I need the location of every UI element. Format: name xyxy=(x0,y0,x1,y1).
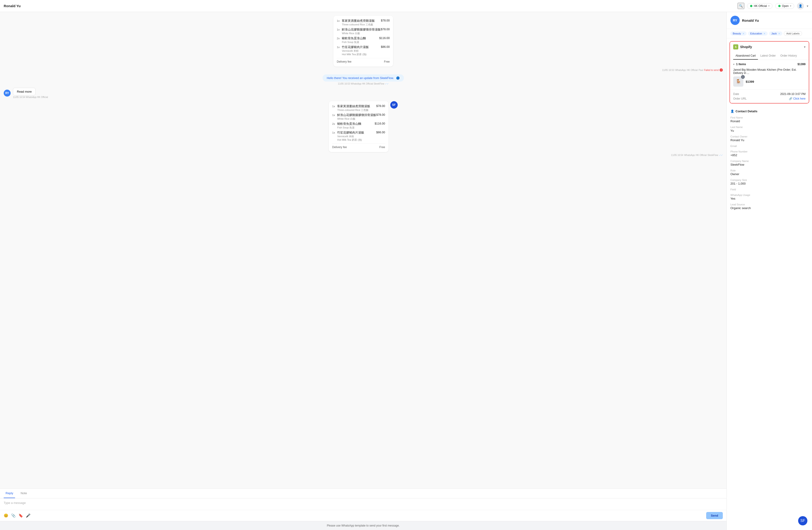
fab-button[interactable]: SF xyxy=(798,516,807,525)
contact-email: Email xyxy=(730,145,808,147)
items-total: $1399 xyxy=(797,63,806,66)
shopify-tabs: Abandoned Cart Latest Order Order Histor… xyxy=(730,52,809,60)
product-badge: 1 xyxy=(741,75,745,79)
item-sub: Fish Soup 魚湯 xyxy=(337,126,361,129)
header-chevron-icon: ▾ xyxy=(807,4,808,8)
reply-actions: 😊 📎 🔖 🎤 Send xyxy=(0,510,726,521)
template-notice: Please use WhatsApp template to send you… xyxy=(0,521,726,530)
item-sub: White Rice 白飯 xyxy=(342,32,381,35)
order-card-1: 1x 客家黃酒薑絲煮滑雞湯飯 Three-coloured Rice 三色飯 $… xyxy=(333,16,393,67)
user-avatar-sm: RY xyxy=(4,90,11,97)
msg-time: 11/05 16:54 xyxy=(671,154,683,157)
message-order-2: 1x 客家黃酒薑絲煮滑雞湯飯 Three-coloured Rice 三色飯 $… xyxy=(4,101,723,152)
tab-reply[interactable]: Reply xyxy=(4,489,15,498)
contact-section-title: 👤 Contact Details xyxy=(730,109,808,113)
qty: 1x xyxy=(332,131,335,134)
channel-dot xyxy=(750,5,752,7)
msg-channel: WhatsApp xyxy=(684,154,695,157)
shopify-tab-history[interactable]: Order History xyxy=(778,52,799,60)
contact-lead-source: Lead Source Organic search xyxy=(730,203,808,210)
contact-person-icon: 👤 xyxy=(730,109,734,113)
order-card-2: 1x 客家黃酒薑絲煮滑雞湯飯 Three-coloured Rice 三色飯 $… xyxy=(329,101,388,152)
item-sub: Three-coloured Rice 三色飯 xyxy=(337,108,370,112)
message-meta-1: 11/05 16:53 WhatsApp HK Official Paul Fa… xyxy=(4,69,723,72)
owner-value: Ronald Yu xyxy=(730,138,808,142)
send-button[interactable]: Send xyxy=(706,512,723,519)
last-name-value: Yu xyxy=(730,129,808,132)
product-row: 🪑 1 $1399 xyxy=(733,76,806,87)
role-value: Owner xyxy=(730,172,808,176)
qty: 1x xyxy=(332,114,335,116)
contact-first-name: First Name Ronald xyxy=(730,116,808,123)
person-icon[interactable]: 👤 xyxy=(797,2,804,10)
add-labels-button[interactable]: Add Labels xyxy=(784,31,802,36)
system-message-meta: 11/05 16:53 WhatsApp HK Official SleekFl… xyxy=(4,83,723,85)
top-header: Ronald Yu 🔍 HK Official ▾ Open ▾ 👤 ▾ xyxy=(0,0,812,12)
tag-close-icon[interactable]: ✕ xyxy=(742,32,744,35)
tag-close-icon[interactable]: ✕ xyxy=(764,32,765,35)
status-label: Open xyxy=(782,4,789,8)
reply-bar: Reply Note Type a message 😊 📎 🔖 🎤 Send xyxy=(0,488,726,521)
item-sub: White Rice 白飯 xyxy=(337,117,376,121)
contact-company: Company Name SleekFlow xyxy=(730,160,808,166)
item-name: 豬軟骨魚蛋淮山麵 xyxy=(337,122,361,126)
shopify-chevron-icon[interactable]: ▾ xyxy=(804,45,806,49)
items-header: ▾ 1 Items $1399 xyxy=(733,63,806,66)
item-sub: Vermicelli 米粉 xyxy=(342,49,369,53)
read-more-container: Read more 11/05 16:54 WhatsApp HK Offici… xyxy=(13,88,48,99)
double-check-icon: ✓✓ xyxy=(385,83,389,85)
order-item: 2x 豬軟骨魚蛋淮山麵 Fish Soup 魚湯 $116.00 xyxy=(337,36,390,44)
emoji-icon[interactable]: 😊 xyxy=(4,513,8,518)
channel-pill[interactable]: HK Official ▾ xyxy=(747,3,772,9)
mic-icon[interactable]: 🎤 xyxy=(26,513,30,518)
status-chevron-icon: ▾ xyxy=(790,5,791,7)
bookmark-icon[interactable]: 🔖 xyxy=(18,513,23,518)
tag-beauty[interactable]: Beauty ✕ xyxy=(730,31,746,35)
delivery-label: Delivery fee xyxy=(332,146,347,149)
tag-education[interactable]: Education ✕ xyxy=(748,31,768,35)
main-layout: 1x 客家黃酒薑絲煮滑雞湯飯 Three-coloured Rice 三色飯 $… xyxy=(0,12,812,530)
system-message-text: Hello there! You received an update from… xyxy=(327,76,394,80)
attachment-icon[interactable]: 📎 xyxy=(11,513,16,518)
sys-sender: SleekFlow xyxy=(374,83,384,85)
whatsapp-value: Yes xyxy=(730,197,808,200)
status-pill[interactable]: Open ▾ xyxy=(775,3,794,9)
shopify-tab-abandoned[interactable]: Abandoned Cart xyxy=(733,52,758,60)
item-sub: Vermicelli 米粉 xyxy=(337,135,364,138)
double-check-icon: ✓✓ xyxy=(719,154,723,157)
tag-jack[interactable]: Jack ✕ xyxy=(769,31,782,35)
tag-label: Education xyxy=(750,32,762,35)
tag-close-icon[interactable]: ✕ xyxy=(778,32,780,35)
contact-phone: Phone Number +852 xyxy=(730,150,808,157)
sys-channel: WhatsApp xyxy=(351,83,362,85)
contact-details-section: 👤 Contact Details First Name Ronald Last… xyxy=(727,106,812,216)
item-sub: Fish Soup 魚湯 xyxy=(342,41,366,44)
message-input[interactable]: Type a message xyxy=(0,498,726,510)
message-placeholder: Type a message xyxy=(4,501,26,504)
item-name: 客家黃酒薑絲煮滑雞湯飯 xyxy=(342,19,375,23)
click-here-link[interactable]: 🔗 Click here xyxy=(789,97,806,100)
messages-scroll[interactable]: 1x 客家黃酒薑絲煮滑雞湯飯 Three-coloured Rice 三色飯 $… xyxy=(0,12,726,488)
item-price: $86.00 xyxy=(376,131,385,142)
company-size-value: 201 - 1,000 xyxy=(730,182,808,185)
search-button[interactable]: 🔍 xyxy=(738,3,744,9)
qty: 1x xyxy=(332,105,335,108)
shopify-tab-latest[interactable]: Latest Order xyxy=(758,52,778,60)
read-more-row: RY Read more 11/05 16:54 WhatsApp HK Off… xyxy=(4,88,723,99)
last-name-label: Last Name xyxy=(730,126,808,129)
shopify-title-text: Shopify xyxy=(740,45,752,49)
sidebar-avatar: RY xyxy=(730,16,740,25)
item-price: $116.00 xyxy=(375,122,385,129)
order-item: 1x 客家黃酒薑絲煮滑雞湯飯 Three-coloured Rice 三色飯 $… xyxy=(337,19,390,26)
msg-sender: Paul xyxy=(698,69,703,71)
contact-field: Field xyxy=(730,188,808,191)
read-more-button[interactable]: Read more xyxy=(13,88,35,95)
msg-status-failed: Failed to send xyxy=(704,69,719,71)
tab-note[interactable]: Note xyxy=(19,489,29,498)
tag-label: Beauty xyxy=(733,32,741,35)
item-price: $78.00 xyxy=(376,113,385,121)
qty: 1x xyxy=(337,46,339,48)
rm-channel: WhatsApp xyxy=(26,96,37,99)
item-name: 竹笙花膠豬肉片湯飯 xyxy=(342,45,369,49)
url-label: Order URL xyxy=(733,97,746,100)
